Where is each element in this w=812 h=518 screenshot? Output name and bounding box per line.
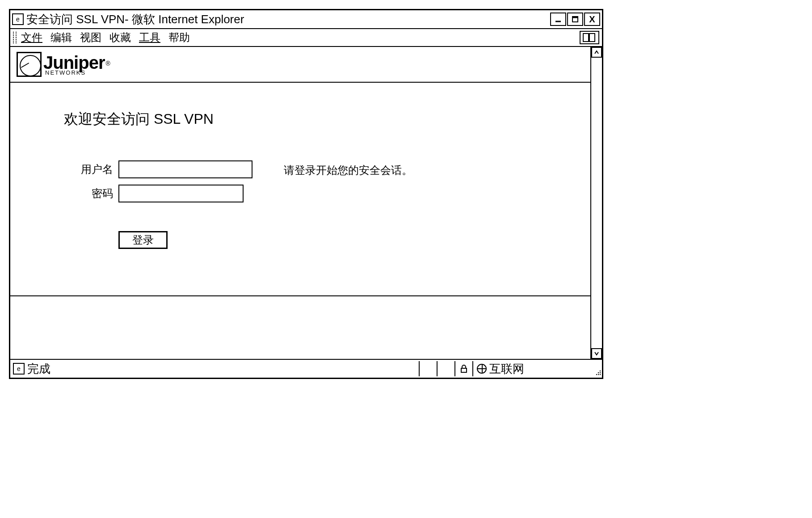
password-input[interactable] [118,185,244,202]
titlebar: e 安全访问 SSL VPN- 微软 Internet Explorer X [10,10,602,29]
brand-registered: ® [105,60,110,67]
empty-region [10,296,590,359]
brand-text: Juniper® NETWORKS [43,54,110,76]
content-area: Juniper® NETWORKS 欢迎安全访问 SSL VPN 用户名 密码 [10,47,602,360]
close-button[interactable]: X [584,13,600,26]
vertical-scrollbar[interactable] [591,47,602,359]
svg-point-8 [600,372,601,373]
scroll-down-button[interactable] [591,348,602,359]
svg-point-11 [600,374,601,375]
menubar-grip[interactable] [13,32,17,43]
password-label: 密码 [64,186,113,201]
ie-page-icon: e [12,13,24,25]
scroll-track[interactable] [591,58,602,348]
svg-point-6 [600,371,601,371]
statusbar: e 完成 互联网 [10,360,602,378]
close-icon: X [589,14,595,25]
menu-file[interactable]: 文件 [21,30,42,45]
status-zone: 互联网 [472,361,593,376]
scroll-up-button[interactable] [591,47,602,58]
brand-header: Juniper® NETWORKS [10,47,590,83]
juniper-logo-icon [17,52,42,77]
menu-edit[interactable]: 编辑 [50,30,72,45]
welcome-heading: 欢迎安全访问 SSL VPN [64,109,537,129]
chevron-up-icon [594,50,599,55]
maximize-button[interactable] [567,13,583,26]
brand-sub: NETWORKS [45,70,110,76]
login-panel: 欢迎安全访问 SSL VPN 用户名 密码 登录 请登录开始您的安全会话。 [10,83,590,296]
menu-favorites[interactable]: 收藏 [109,30,131,45]
minimize-button[interactable] [550,13,566,26]
minimize-icon [554,15,562,23]
menu-view[interactable]: 视图 [80,30,101,45]
ie-throbber-icon [580,31,599,44]
username-label: 用户名 [64,162,113,177]
lock-icon [460,364,468,373]
svg-rect-3 [583,34,589,42]
status-page-icon: e [13,363,25,375]
menubar: 文件 编辑 视图 收藏 工具 帮助 [10,29,602,47]
svg-point-9 [596,374,597,375]
status-cell-2 [437,361,454,376]
svg-rect-5 [461,368,467,372]
login-button[interactable]: 登录 [118,231,168,249]
globe-icon [477,364,487,374]
maximize-icon [571,15,579,23]
status-cell-1 [419,361,437,376]
svg-point-7 [598,372,599,373]
svg-rect-4 [589,34,595,42]
resize-grip-icon [595,369,601,375]
menu-help[interactable]: 帮助 [168,30,190,45]
status-lock [454,361,472,376]
resize-grip[interactable] [593,361,602,376]
window-title: 安全访问 SSL VPN- 微软 Internet Explorer [26,12,549,27]
chevron-down-icon [594,351,599,356]
browser-window: e 安全访问 SSL VPN- 微软 Internet Explorer X 文… [9,9,603,379]
login-hint: 请登录开始您的安全会话。 [284,163,412,177]
username-input[interactable] [118,160,252,178]
svg-point-10 [598,374,599,375]
page-content: Juniper® NETWORKS 欢迎安全访问 SSL VPN 用户名 密码 [10,47,591,359]
status-zone-text: 互联网 [489,361,524,377]
status-text: 完成 [27,361,419,377]
menu-tools[interactable]: 工具 [139,30,160,45]
